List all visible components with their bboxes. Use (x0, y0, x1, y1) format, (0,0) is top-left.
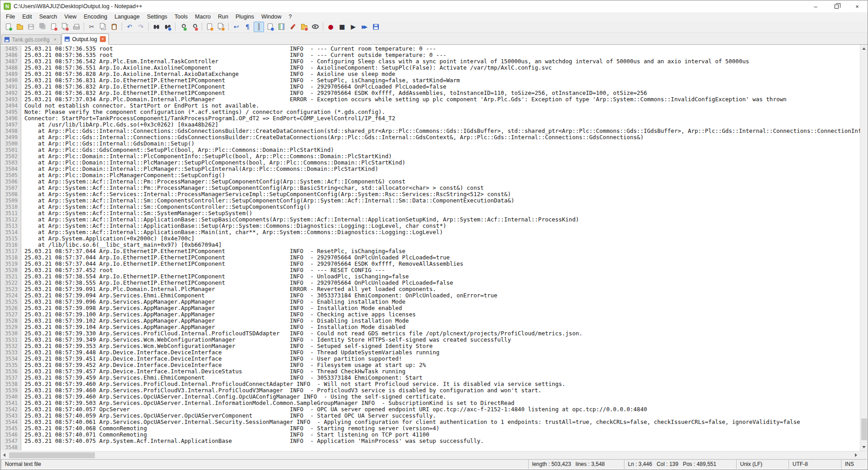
log-line: 352225.03.21 08:57:38.555 Arp.Io.Etherne… (0, 280, 860, 286)
log-line: 354425.03.21 08:57:40.061 Arp.Services.O… (0, 419, 860, 425)
minimize-button[interactable]: – (805, 0, 826, 12)
log-line: 3506 at Arp::System::Acf::Internal::Pm::… (0, 179, 860, 185)
menu-tools[interactable]: Tools (171, 14, 191, 20)
line-text: 25.03.21 08:57:36.535 root INFO - --- Cu… (21, 52, 446, 58)
menu-settings[interactable]: Settings (143, 14, 171, 20)
print-icon[interactable] (71, 22, 81, 32)
log-line: 348725.03.21 08:57:36.542 Arp.Plc.Esm.In… (0, 58, 860, 65)
sync-vertical-scroll-icon[interactable] (204, 22, 215, 32)
save-icon[interactable] (26, 22, 36, 32)
indent-guide-icon[interactable]: ║ (254, 22, 264, 32)
show-all-characters-icon[interactable]: ¶ (242, 22, 253, 32)
line-text: Could not establish connector. StartPort… (21, 103, 259, 109)
document-list-icon[interactable] (288, 22, 298, 32)
vertical-scroll-thumb[interactable] (861, 418, 867, 440)
log-line: 3515 at Arp.System.Application(+0x2000c)… (0, 235, 860, 242)
open-file-icon[interactable] (14, 22, 25, 32)
paste-icon[interactable] (109, 22, 119, 32)
right-arrow-icon (855, 453, 857, 457)
monitoring-icon[interactable] (310, 22, 321, 32)
scroll-down-arrow[interactable] (860, 443, 868, 451)
status-eol-format[interactable]: Unix (LF) (736, 459, 788, 469)
line-text: at /usr/lib/libArp.Plc.Gds.so(+0x3c0262)… (21, 122, 218, 128)
zoom-in-icon[interactable] (178, 22, 188, 32)
tab-output-log[interactable]: Output.log× (61, 33, 108, 45)
document-map-icon[interactable] (276, 22, 287, 32)
menu-run[interactable]: Run (214, 14, 232, 20)
stop-recording-icon[interactable]: ■ (337, 22, 347, 32)
log-line: 348825.03.21 08:57:36.551 Arp.Io.Axiolin… (0, 65, 860, 71)
line-text: 25.03.21 08:57:39.460 Arp.Services.Profi… (21, 387, 542, 394)
close-file-icon (51, 24, 56, 30)
menu-window[interactable]: Window (258, 14, 285, 20)
tab-tank-gds-config[interactable]: Tank.gds.config× (1, 34, 61, 44)
menu-edit[interactable]: Edit (19, 14, 36, 20)
line-text: 25.03.21 08:57:40.057 OpcServer INFO - O… (21, 406, 647, 413)
tab-label: Output.log (72, 36, 97, 42)
scroll-left-arrow[interactable] (0, 451, 8, 459)
save-macro-icon[interactable] (371, 22, 381, 32)
sync-horizontal-scroll-icon[interactable] (216, 22, 226, 32)
scroll-right-arrow[interactable] (852, 451, 860, 459)
status-encoding[interactable]: UTF-8 (788, 459, 841, 469)
run-macro-multiple-icon[interactable]: ▶▶ (359, 22, 370, 32)
close-tab-icon[interactable]: × (52, 37, 58, 42)
horizontal-scroll-thumb[interactable] (9, 452, 95, 458)
status-insert-mode[interactable]: INS (841, 459, 867, 469)
line-text: at Arp::Plc::Domain::Internal::PlcManage… (21, 166, 378, 172)
menu-encoding[interactable]: Encoding (80, 14, 111, 20)
line-number: 3489 (0, 71, 21, 77)
save-all-icon[interactable] (37, 22, 47, 32)
line-number: 3544 (0, 419, 21, 425)
undo-icon[interactable]: ↶ (124, 22, 135, 32)
close-file-icon[interactable] (48, 22, 59, 32)
left-arrow-icon (3, 453, 5, 457)
horizontal-scroll-track[interactable] (8, 451, 852, 459)
scroll-up-arrow[interactable] (860, 45, 868, 52)
line-number: 3506 (0, 179, 21, 185)
word-wrap-icon[interactable]: ↩ (231, 22, 241, 32)
editor[interactable]: 348525.03.21 08:57:36.535 root INFO - --… (0, 45, 860, 451)
line-number: 3546 (0, 432, 21, 438)
line-text: 25.03.21 08:57:40.059 Arp.Services.OpcUA… (21, 413, 436, 419)
zoom-out-icon[interactable] (189, 22, 199, 32)
cut-icon[interactable]: ✂ (86, 22, 97, 32)
close-tab-icon[interactable]: × (100, 36, 106, 42)
menu-plugins[interactable]: Plugins (232, 14, 258, 20)
restore-button[interactable] (826, 0, 847, 12)
line-text: at Arp::Plc::Gds::Internal::Connections:… (21, 128, 860, 134)
replace-icon[interactable] (162, 22, 173, 32)
log-line: 3508 at Arp::System::Acf::Services::Inte… (0, 191, 860, 197)
line-number: 3538 (0, 381, 21, 387)
menu-view[interactable]: View (61, 14, 80, 20)
log-line: 353825.03.21 08:57:39.460 Arp.Services.P… (0, 381, 860, 387)
line-text: 25.03.21 08:57:38.555 Arp.Io.EthernetIP.… (21, 280, 453, 286)
menu-help[interactable]: ? (285, 14, 295, 20)
function-list-icon[interactable] (265, 22, 275, 32)
line-number: 3495 (0, 109, 21, 115)
redo-icon[interactable]: ↷ (136, 22, 146, 32)
log-line: 3499 at Arp::Plc::Gds::Internal::Connect… (0, 134, 860, 141)
line-text: 25.03.21 08:57:37.034 Arp.Plc.Domain.Int… (21, 96, 787, 103)
menu-search[interactable]: Search (36, 14, 61, 20)
line-text: 25.03.21 08:57:39.457 Arp.Device.Interfa… (21, 368, 406, 375)
record-macro-icon[interactable]: ● (326, 22, 336, 32)
horizontal-scrollbar[interactable] (0, 451, 868, 459)
find-icon[interactable] (151, 22, 161, 32)
menu-file[interactable]: File (2, 14, 19, 20)
close-all-icon[interactable] (60, 22, 70, 32)
new-file-icon[interactable] (3, 22, 14, 32)
menu-language[interactable]: Language (111, 14, 143, 20)
folder-as-workspace-icon[interactable] (299, 22, 309, 32)
line-text: at Arp::System::Acf::Internal::Pm::Proce… (21, 185, 484, 191)
close-window-button[interactable]: × (847, 0, 868, 12)
menu-macro[interactable]: Macro (191, 14, 214, 20)
line-number: 3523 (0, 286, 21, 292)
vertical-scrollbar[interactable] (860, 45, 868, 451)
toolbar-separator (122, 23, 122, 31)
line-number: 3491 (0, 84, 21, 90)
line-number: 3522 (0, 280, 21, 286)
playback-macro-icon[interactable]: ▶ (348, 22, 359, 32)
copy-icon[interactable] (98, 22, 108, 32)
line-number: 3527 (0, 311, 21, 318)
